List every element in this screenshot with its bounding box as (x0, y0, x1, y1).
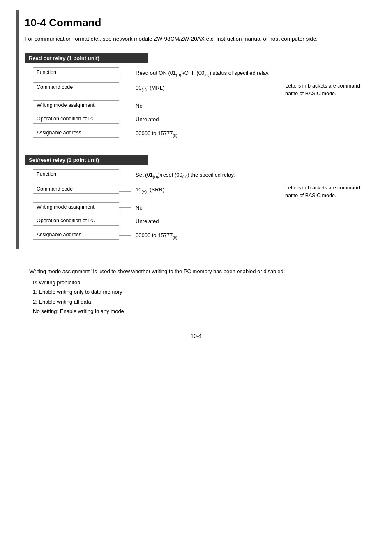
value-assignable-addr-1: 00000 to 15777(8) (131, 128, 367, 140)
footer-item-2: 2: Enable writing all data. (33, 297, 367, 306)
value-function-2: Set (01(H))/reset (00(H)) the specified … (131, 169, 367, 182)
section-read-out-relay: Read out relay (1 point unit) Function R… (25, 53, 367, 140)
value-command-code-1: 00(H) (MRL) (131, 82, 273, 94)
label-command-code-1: Command code (33, 82, 119, 92)
label-assignable-addr-1: Assignable address (33, 128, 119, 138)
value-writing-mode-2: No (131, 202, 367, 214)
label-command-code-2: Command code (33, 184, 119, 194)
intro-text: For communication format etc., see netwo… (25, 35, 367, 43)
row-writing-mode-2: Writing mode assignment No (25, 202, 367, 214)
footer-item-0: 0: Writing prohibited (33, 278, 367, 287)
side-note-command-2: Letters in brackets are command name of … (285, 184, 367, 200)
label-function-2: Function (33, 169, 119, 179)
row-operation-pc-1: Operation condition of PC Unrelated (25, 114, 367, 125)
value-writing-mode-1: No (131, 100, 367, 112)
section-set-reset-relay: Set/reset relay (1 point unit) Function … (25, 155, 367, 242)
row-assignable-addr-2: Assignable address 00000 to 15777(8) (25, 230, 367, 242)
value-operation-pc-1: Unrelated (131, 114, 367, 125)
row-function-2: Function Set (01(H))/reset (00(H)) the s… (25, 169, 367, 182)
label-writing-mode-2: Writing mode assignment (33, 202, 119, 212)
section-header-set-reset: Set/reset relay (1 point unit) (25, 155, 148, 165)
side-note-command-1: Letters in brackets are command name of … (285, 82, 367, 98)
value-command-code-2: 10(H) (SRR) (131, 184, 273, 196)
footer-notes: · "Writing mode assignment" is used to s… (25, 267, 367, 316)
value-operation-pc-2: Unrelated (131, 216, 367, 227)
label-writing-mode-1: Writing mode assignment (33, 100, 119, 110)
label-operation-pc-2: Operation condition of PC (33, 216, 119, 226)
label-function-1: Function (33, 67, 119, 77)
row-operation-pc-2: Operation condition of PC Unrelated (25, 216, 367, 227)
section-header-read-out: Read out relay (1 point unit) (25, 53, 148, 63)
label-operation-pc-1: Operation condition of PC (33, 114, 119, 124)
footer-item-1: 1: Enable writing only to data memory (33, 287, 367, 297)
page-title: 10-4 Command (25, 16, 367, 29)
footer-item-3: No setting: Enable writing in any mode (33, 306, 367, 316)
value-function-1: Read out ON (01(H))/OFF (00(H)) status o… (131, 67, 367, 80)
row-command-code-1: Command code 00(H) (MRL) Letters in brac… (25, 82, 367, 98)
value-assignable-addr-2: 00000 to 15777(8) (131, 230, 367, 242)
footer-note-intro: · "Writing mode assignment" is used to s… (25, 267, 367, 276)
label-assignable-addr-2: Assignable address (33, 230, 119, 240)
row-assignable-addr-1: Assignable address 00000 to 15777(8) (25, 128, 367, 140)
row-command-code-2: Command code 10(H) (SRR) Letters in brac… (25, 184, 367, 200)
row-writing-mode-1: Writing mode assignment No (25, 100, 367, 112)
page-number: 10·4 (25, 333, 367, 339)
row-function-1: Function Read out ON (01(H))/OFF (00(H))… (25, 67, 367, 80)
